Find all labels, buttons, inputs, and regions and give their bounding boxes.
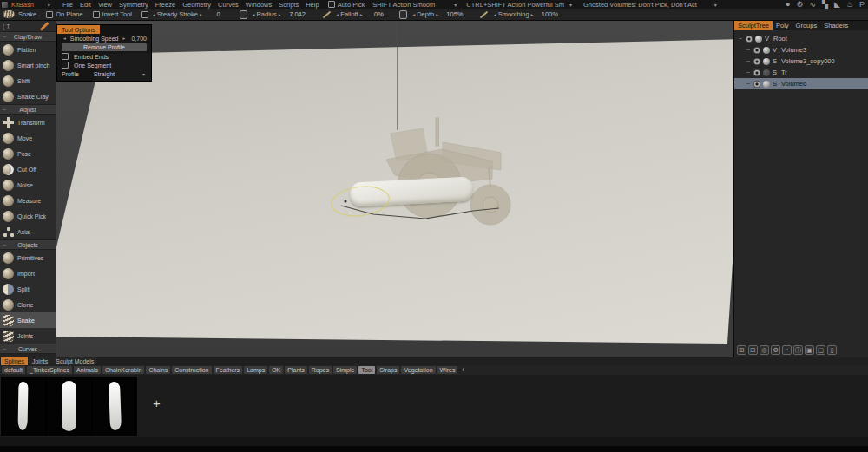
category-plants[interactable]: Plants [285,366,306,374]
pots-icon[interactable]: ♨ [846,0,853,9]
p-pen-icon[interactable]: P [859,0,865,9]
remove-profile-button[interactable]: Remove Profile [62,43,147,51]
falloff-value[interactable]: 0% [367,10,390,18]
smoothing-value[interactable]: 100% [538,10,561,18]
spline-thumbnail[interactable] [93,377,137,436]
tube-icon[interactable]: ∿ [810,0,817,9]
tab-groups[interactable]: Groups [792,21,821,30]
swatch-icon[interactable]: ▣ [805,345,814,355]
tool-item-noise[interactable]: Noise [0,177,56,193]
menu-help[interactable]: Help [302,1,322,9]
tab-poly[interactable]: Poly [773,21,792,30]
tool-item-transform[interactable]: Transform [0,115,56,130]
tool-item-cut-off[interactable]: Cut Off [0,161,56,177]
depth-slider[interactable]: ◂Depth▸105% [399,10,466,19]
menu-view[interactable]: View [95,1,115,9]
invert-tool-checkbox[interactable]: Invert Tool [93,10,132,18]
category-vegetation[interactable]: Vegetation [401,366,435,374]
tab-sculpttree[interactable]: SculptTree [734,21,773,30]
menu-geometry[interactable]: Geometry [179,1,214,9]
arrow-left-icon[interactable]: ◂ [337,12,339,17]
visibility-eye-icon[interactable] [753,69,760,76]
visibility-eye-icon[interactable] [746,36,753,43]
shift-action-dropdown[interactable]: SHIFT Action Smooth ▾ [372,1,458,9]
menu-file[interactable]: File [59,1,76,9]
visibility-eye-icon[interactable] [753,58,760,65]
smoothing-speed-value[interactable]: 0,700 [131,36,147,42]
trash-icon[interactable]: ▯ [827,345,837,355]
radius-slider[interactable]: ◂Radius▸7.042 [240,10,309,19]
collapse-icon[interactable]: − [3,34,6,40]
smoothing-slider[interactable]: ◂Smoothing▸100% [476,10,561,18]
category-ok[interactable]: OK [269,366,283,374]
tool-options-tab[interactable]: Tool Options [57,25,100,34]
arrow-right-icon[interactable]: ▸ [436,12,438,17]
sphere-icon[interactable]: ◎ [760,345,769,355]
ghosted-volumes-dropdown[interactable]: Ghosted Volumes: Don't Pick, Don't Act ▾ [583,1,719,9]
category-construction[interactable]: Construction [172,366,211,374]
arrow-left-icon[interactable]: ◂ [253,12,255,17]
arrow-left-icon[interactable]: ◂ [412,12,415,17]
spline-thumbnail[interactable] [47,377,91,436]
category-tool[interactable]: Tool [358,366,375,374]
collapse-icon[interactable]: − [746,46,751,54]
collapse-icon[interactable]: − [3,346,6,352]
arrow-right-icon[interactable]: ▸ [200,12,202,17]
tool-item-quick-pick[interactable]: Quick Pick [0,208,56,224]
menu-edit[interactable]: Edit [76,1,95,9]
volume-sphere-icon[interactable] [755,36,762,43]
arrow-left-icon[interactable]: ◂ [494,12,496,17]
tab-shaders[interactable]: Shaders [820,21,852,30]
pen-icon[interactable] [40,22,49,30]
collapse-icon[interactable]: − [746,80,751,88]
on-plane-checkbox[interactable]: On Plane [46,10,82,18]
tool-item-smart-pinch[interactable]: Smart pinch [0,57,56,73]
category-feathers[interactable]: Feathers [214,366,243,374]
tool-item-snake[interactable]: Snake [0,312,56,328]
category-tinkersplines[interactable]: _TinkerSplines [27,366,72,374]
category-default[interactable]: default [2,366,25,374]
category-simple[interactable]: Simple [333,366,357,374]
tool-item-flatten[interactable]: Flatten [0,42,56,57]
3d-viewport[interactable] [56,21,733,357]
menu-windows[interactable]: Windows [242,1,275,9]
depth-value[interactable]: 105% [444,10,466,18]
arrow-left-icon[interactable]: ◂ [63,36,66,41]
snake-brush-icon[interactable] [3,10,15,18]
tree-row-tr[interactable]: −STr [734,67,868,78]
kitbash-preset-select[interactable]: KitBash [11,1,34,9]
chevron-down-icon[interactable]: ▾ [48,2,50,8]
section-header-curves[interactable]: −Curves [0,344,56,354]
gear-pen-icon[interactable]: ⚙ [796,0,803,9]
collapse-icon[interactable]: − [738,35,743,43]
category-ropes[interactable]: Ropes [309,366,332,374]
tool-item-joints[interactable]: Joints [0,328,56,344]
tool-item-pose[interactable]: Pose [0,146,56,161]
sphere-icon[interactable]: ● [786,0,790,9]
profile-dropdown[interactable]: Profile Straight ▾ [57,69,151,78]
menu-freeze[interactable]: Freeze [152,1,179,9]
tree-row-volume3-copy000[interactable]: −SVolume3_copy000 [734,56,868,67]
pour-bucket-icon[interactable]: ◣ [834,0,840,9]
category-straps[interactable]: Straps [377,366,399,374]
menu-curves[interactable]: Curves [214,1,242,9]
tool-item-measure[interactable]: Measure [0,193,56,208]
tab-joints[interactable]: Joints [29,357,51,365]
section-header-objects[interactable]: −Objects [0,239,56,250]
tool-item-snake-clay[interactable]: Snake Clay [0,88,56,104]
one-segment-checkbox[interactable]: One Segment [57,61,151,69]
document-icon[interactable]: ▢ [816,345,825,355]
tree-row-volume3[interactable]: −VVolume3 [734,44,868,56]
arrow-right-icon[interactable]: ▸ [531,12,534,17]
arrow-right-icon[interactable]: ▸ [360,12,363,17]
steady-stroke-slider[interactable]: ◂Steady Stroke▸0 [141,10,230,18]
radius-value[interactable]: 7.042 [286,10,309,18]
menu-scripts[interactable]: Scripts [275,1,302,9]
tree-row-root[interactable]: −VRoot [734,33,868,44]
arrow-right-icon[interactable]: ▸ [122,36,125,41]
category-chainkerabin[interactable]: ChainKerabin [102,366,144,374]
arrow-left-icon[interactable]: ◂ [153,12,155,17]
tool-item-split[interactable]: Split [0,281,56,297]
tool-item-primitives[interactable]: Primitives [0,250,56,265]
category-wires[interactable]: Wires [437,366,458,374]
